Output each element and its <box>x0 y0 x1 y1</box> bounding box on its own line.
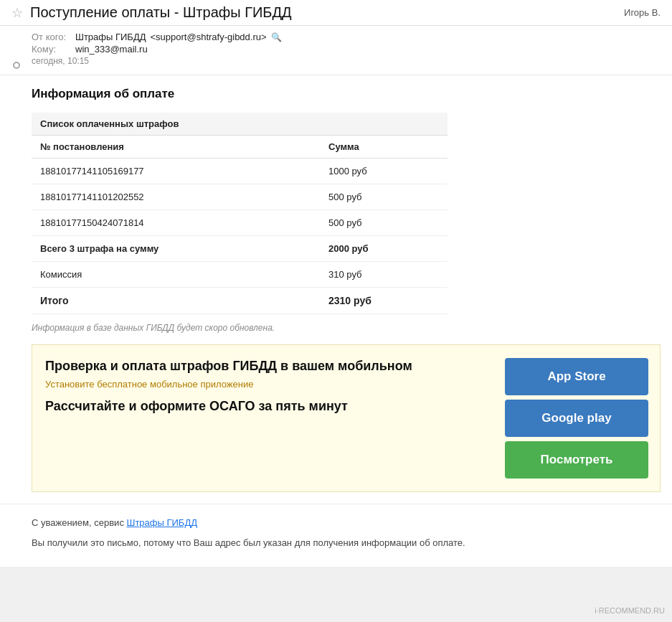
user-name: Игорь В. <box>624 7 661 18</box>
top-bar: ☆ Поступление оплаты - Штрафы ГИБДД Игор… <box>0 0 672 26</box>
final-row: Итого 2310 руб <box>32 288 448 314</box>
fine-amount: 500 руб <box>320 184 448 210</box>
final-label: Итого <box>32 288 320 314</box>
footer-prefix: С уважением, сервис <box>32 517 127 528</box>
unread-dot <box>13 62 20 69</box>
footer-line2: Вы получили это письмо, потому что Ваш а… <box>32 536 661 550</box>
footer-line1: С уважением, сервис Штрафы ГИБДД <box>32 516 661 530</box>
promo-secondary-title: Рассчитайте и оформите ОСАГО за пять мин… <box>45 398 491 415</box>
google-play-button[interactable]: Google play <box>505 400 648 437</box>
email-meta: От кого: Штрафы ГИБДД <support@shtrafy-g… <box>0 26 672 75</box>
email-body: Информация об оплате Список оплаченных ш… <box>0 75 672 504</box>
fine-number: 18810177150424071814 <box>32 210 320 236</box>
table-col-headers: № постановления Сумма <box>32 136 448 159</box>
info-note: Информация в базе данных ГИБДД будет ско… <box>32 323 661 333</box>
email-date: сегодня, 10:15 <box>32 56 89 66</box>
search-icon[interactable]: 🔍 <box>271 32 282 42</box>
table-header-row: Список оплаченных штрафов <box>32 113 448 136</box>
table-row: 18810177141101202552500 руб <box>32 184 448 210</box>
promo-main-title: Проверка и оплата штрафов ГИБДД в вашем … <box>45 358 491 374</box>
section-title: Информация об оплате <box>32 87 661 101</box>
date-row: сегодня, 10:15 <box>32 56 661 66</box>
final-amount: 2310 руб <box>320 288 448 314</box>
from-row: От кого: Штрафы ГИБДД <support@shtrafy-g… <box>32 32 661 42</box>
email-title-row: ☆ Поступление оплаты - Штрафы ГИБДД <box>11 4 292 21</box>
total-label: Всего 3 штрафа на сумму <box>32 236 320 262</box>
fine-amount: 500 руб <box>320 210 448 236</box>
fine-amount: 1000 руб <box>320 159 448 184</box>
page-title: Поступление оплаты - Штрафы ГИБДД <box>30 4 292 21</box>
footer-link[interactable]: Штрафы ГИБДД <box>127 517 198 528</box>
commission-amount: 310 руб <box>320 262 448 288</box>
promo-block: Проверка и оплата штрафов ГИБДД в вашем … <box>32 344 661 492</box>
to-label: Кому: <box>32 44 71 55</box>
fines-table: Список оплаченных штрафов № постановлени… <box>32 113 448 314</box>
promo-subtitle: Установите бесплатное мобильное приложен… <box>45 379 491 390</box>
to-row: Кому: win_333@mail.ru <box>32 44 661 55</box>
total-amount: 2000 руб <box>320 236 448 262</box>
star-icon[interactable]: ☆ <box>11 5 23 21</box>
promo-buttons: App Store Google play Посмотреть <box>505 358 648 479</box>
table-main-header: Список оплаченных штрафов <box>32 113 448 136</box>
col-number-header: № постановления <box>32 136 320 159</box>
footer-block: С уважением, сервис Штрафы ГИБДД Вы полу… <box>0 504 672 567</box>
from-label: От кого: <box>32 32 71 42</box>
from-email: <support@shtrafy-gibdd.ru> <box>151 32 267 42</box>
promo-left: Проверка и оплата штрафов ГИБДД в вашем … <box>45 358 491 415</box>
view-button[interactable]: Посмотреть <box>505 441 648 479</box>
table-row: 188101771411051691771000 руб <box>32 159 448 184</box>
col-amount-header: Сумма <box>320 136 448 159</box>
total-row: Всего 3 штрафа на сумму 2000 руб <box>32 236 448 262</box>
fine-number: 18810177141101202552 <box>32 184 320 210</box>
to-address: win_333@mail.ru <box>75 44 148 55</box>
app-store-button[interactable]: App Store <box>505 358 648 395</box>
watermark: i·RECOMMEND.RU <box>595 606 665 615</box>
table-row: 18810177150424071814500 руб <box>32 210 448 236</box>
from-name: Штрафы ГИБДД <box>75 32 146 42</box>
commission-label: Комиссия <box>32 262 320 288</box>
commission-row: Комиссия 310 руб <box>32 262 448 288</box>
fine-number: 18810177141105169177 <box>32 159 320 184</box>
